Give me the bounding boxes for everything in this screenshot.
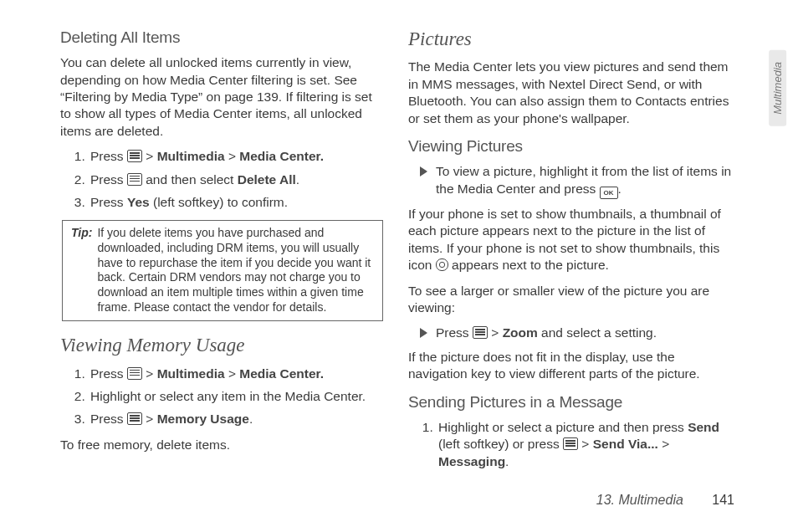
bold-send: Send — [688, 420, 719, 434]
text: (left softkey) or press — [438, 437, 563, 451]
left-column: Deleting All Items You can delete all un… — [60, 27, 385, 478]
bold-send-via: Send Via... — [593, 437, 658, 451]
gt: > — [228, 149, 236, 163]
heading-viewing-memory-usage: Viewing Memory Usage — [60, 333, 385, 358]
step-memory-2: Highlight or select any item in the Medi… — [89, 388, 385, 405]
para-pictures: The Media Center lets you view pictures … — [408, 59, 733, 127]
triangle-icon — [420, 328, 427, 338]
step-text: Press — [90, 412, 127, 426]
step-text: Press — [90, 195, 127, 209]
step-text: Press — [90, 172, 127, 187]
bold-zoom: Zoom — [503, 325, 538, 340]
step-memory-3: Press > Memory Usage. — [89, 411, 385, 427]
steps-send: Highlight or select a picture and then p… — [408, 419, 733, 470]
bullet-zoom: Press > Zoom and select a setting. — [420, 325, 733, 341]
menu-icon — [127, 412, 142, 425]
side-tab-multimedia: Multimedia — [769, 50, 786, 126]
menu-icon — [127, 173, 142, 186]
gt: > — [146, 366, 153, 381]
heading-deleting-all-items: Deleting All Items — [60, 27, 385, 48]
ok-icon: OK — [600, 187, 618, 199]
step-text: . — [296, 172, 299, 187]
footer-chapter: 13. Multimedia — [596, 493, 683, 507]
footer-page-number: 141 — [712, 493, 734, 507]
heading-viewing-pictures: Viewing Pictures — [408, 136, 733, 156]
menu-icon — [127, 150, 142, 162]
right-column: Pictures The Media Center lets you view … — [408, 27, 733, 478]
step-delete-1: Press > Multimedia > Media Center. — [89, 148, 385, 165]
text: appears next to the picture. — [448, 258, 609, 272]
heading-pictures: Pictures — [408, 27, 733, 52]
steps-memory: Press > Multimedia > Media Center. Highl… — [60, 366, 385, 428]
step-send-1: Highlight or select a picture and then p… — [437, 419, 733, 470]
text: . — [505, 454, 509, 468]
gt: > — [146, 149, 153, 163]
bold-media-center: Media Center. — [239, 149, 324, 163]
para-nofit: If the picture does not fit in the displ… — [408, 349, 733, 383]
text: and select a setting. — [538, 325, 657, 340]
step-delete-3: Press Yes (left softkey) to confirm. — [89, 194, 385, 211]
bold-multimedia: Multimedia — [157, 366, 225, 381]
tip-box: Tip: If you delete items you have purcha… — [62, 220, 383, 321]
gt: > — [662, 437, 669, 451]
step-memory-1: Press > Multimedia > Media Center. — [89, 366, 385, 382]
text: To view a picture, highlight it from the… — [436, 164, 731, 195]
page-body: Deleting All Items You can delete all un… — [0, 0, 798, 478]
text: Press — [436, 325, 473, 340]
menu-icon — [127, 367, 142, 380]
steps-delete-all: Press > Multimedia > Media Center. Press… — [60, 148, 385, 211]
triangle-icon — [420, 166, 427, 176]
menu-icon — [473, 326, 488, 339]
bullet-text: Press > Zoom and select a setting. — [436, 325, 657, 341]
para-deleting-all-items: You can delete all unlocked items curren… — [60, 54, 385, 140]
tip-label: Tip: — [71, 226, 92, 315]
text: . — [618, 182, 622, 196]
page-footer: 13. Multimedia 141 — [596, 491, 734, 509]
para-zoom-intro: To see a larger or smaller view of the p… — [408, 283, 733, 317]
tip-body: If you delete items you have purchased a… — [97, 226, 374, 315]
step-text: Press — [90, 149, 127, 163]
step-text: and then select — [142, 172, 238, 187]
bold-delete-all: Delete All — [238, 172, 296, 187]
gt: > — [581, 437, 589, 451]
para-free-memory: To free memory, delete items. — [60, 437, 385, 453]
bold-yes: Yes — [127, 195, 150, 209]
bullet-view-picture: To view a picture, highlight it from the… — [420, 163, 733, 198]
step-delete-2: Press and then select Delete All. — [89, 171, 385, 188]
gt: > — [146, 412, 153, 426]
gt: > — [228, 366, 236, 381]
heading-sending-pictures: Sending Pictures in a Message — [408, 391, 733, 412]
menu-icon — [563, 437, 578, 450]
text: Highlight or select a picture and then p… — [438, 420, 688, 434]
step-text: . — [249, 412, 253, 426]
bold-memory-usage: Memory Usage — [157, 412, 249, 426]
picture-icon — [436, 258, 448, 271]
bold-messaging: Messaging — [438, 454, 505, 468]
gt: > — [491, 325, 499, 340]
bold-multimedia: Multimedia — [157, 149, 225, 163]
para-thumbnails: If your phone is set to show thumbnails,… — [408, 206, 733, 274]
step-text: Press — [90, 366, 127, 381]
step-text: (left softkey) to confirm. — [150, 195, 288, 209]
bold-media-center: Media Center. — [239, 366, 324, 381]
bullet-text: To view a picture, highlight it from the… — [436, 163, 733, 198]
